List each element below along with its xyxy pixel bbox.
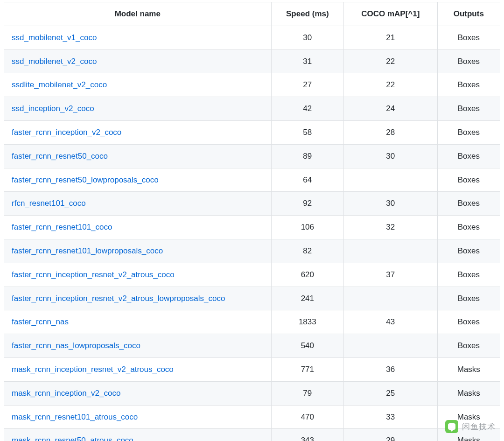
cell-outputs: Boxes [437,49,500,73]
cell-map: 36 [344,357,438,381]
model-link[interactable]: ssd_mobilenet_v2_coco [12,57,97,66]
cell-speed: 42 [271,97,343,121]
cell-model-name: faster_rcnn_nas [4,310,272,334]
model-link[interactable]: faster_rcnn_inception_resnet_v2_atrous_c… [12,270,175,279]
cell-outputs: Boxes [437,97,500,121]
table-row: faster_rcnn_nas183343Boxes [4,310,500,334]
cell-map: 37 [344,263,438,287]
cell-speed: 241 [271,287,343,310]
cell-map [344,287,438,310]
header-map: COCO mAP[^1] [344,2,438,26]
table-row: mask_rcnn_resnet101_atrous_coco47033Mask… [4,405,500,429]
cell-speed: 64 [271,168,343,192]
table-row: faster_rcnn_inception_v2_coco5828Boxes [4,120,500,144]
table-row: mask_rcnn_inception_v2_coco7925Masks [4,381,500,405]
table-row: faster_rcnn_nas_lowproposals_coco540Boxe… [4,334,500,358]
model-link[interactable]: faster_rcnn_nas [12,317,69,326]
table-row: ssd_mobilenet_v1_coco3021Boxes [4,26,500,49]
cell-speed: 58 [271,120,343,144]
model-link[interactable]: mask_rcnn_inception_resnet_v2_atrous_coc… [12,365,174,374]
cell-outputs: Boxes [437,287,500,310]
cell-model-name: mask_rcnn_resnet50_atrous_coco [4,429,272,441]
cell-speed: 31 [271,49,343,73]
cell-outputs: Boxes [437,26,500,49]
cell-outputs: Boxes [437,144,500,168]
model-link[interactable]: faster_rcnn_inception_resnet_v2_atrous_l… [12,294,225,303]
cell-speed: 540 [271,334,343,358]
cell-speed: 89 [271,144,343,168]
cell-outputs: Boxes [437,334,500,358]
cell-outputs: Boxes [437,192,500,216]
cell-speed: 1833 [271,310,343,334]
model-link[interactable]: ssdlite_mobilenet_v2_coco [12,80,107,89]
cell-map: 25 [344,381,438,405]
cell-map [344,168,438,192]
model-link[interactable]: faster_rcnn_resnet101_lowproposals_coco [12,246,163,255]
model-link[interactable]: faster_rcnn_inception_v2_coco [12,128,121,137]
cell-speed: 27 [271,73,343,97]
cell-speed: 470 [271,405,343,429]
model-link[interactable]: faster_rcnn_resnet50_lowproposals_coco [12,175,159,184]
cell-outputs: Boxes [437,216,500,239]
cell-speed: 106 [271,216,343,239]
cell-model-name: faster_rcnn_inception_resnet_v2_atrous_c… [4,263,272,287]
cell-outputs: Boxes [437,263,500,287]
cell-model-name: faster_rcnn_resnet50_coco [4,144,272,168]
cell-map [344,334,438,358]
cell-outputs: Masks [437,429,500,441]
table-row: faster_rcnn_inception_resnet_v2_atrous_l… [4,287,500,310]
cell-outputs: Boxes [437,73,500,97]
cell-speed: 79 [271,381,343,405]
header-speed: Speed (ms) [271,2,343,26]
cell-outputs: Masks [437,381,500,405]
table-row: faster_rcnn_inception_resnet_v2_atrous_c… [4,263,500,287]
header-model-name: Model name [4,2,272,26]
cell-model-name: faster_rcnn_resnet50_lowproposals_coco [4,168,272,192]
cell-model-name: ssd_mobilenet_v1_coco [4,26,272,49]
cell-speed: 82 [271,239,343,263]
table-row: ssd_mobilenet_v2_coco3122Boxes [4,49,500,73]
model-link[interactable]: faster_rcnn_resnet101_coco [12,223,112,231]
cell-model-name: ssd_inception_v2_coco [4,97,272,121]
cell-map: 30 [344,192,438,216]
model-link[interactable]: mask_rcnn_inception_v2_coco [12,389,120,398]
cell-speed: 343 [271,429,343,441]
cell-outputs: Masks [437,405,500,429]
model-link[interactable]: ssd_mobilenet_v1_coco [12,33,97,42]
cell-map: 30 [344,144,438,168]
model-link[interactable]: faster_rcnn_nas_lowproposals_coco [12,341,140,350]
cell-outputs: Boxes [437,239,500,263]
model-link[interactable]: ssd_inception_v2_coco [12,104,94,113]
table-row: faster_rcnn_resnet50_coco8930Boxes [4,144,500,168]
cell-model-name: mask_rcnn_resnet101_atrous_coco [4,405,272,429]
model-link[interactable]: faster_rcnn_resnet50_coco [12,152,108,161]
cell-map: 24 [344,97,438,121]
cell-speed: 92 [271,192,343,216]
cell-map [344,239,438,263]
cell-model-name: ssd_mobilenet_v2_coco [4,49,272,73]
cell-speed: 620 [271,263,343,287]
cell-map: 22 [344,49,438,73]
model-table: Model name Speed (ms) COCO mAP[^1] Outpu… [4,2,500,441]
cell-model-name: rfcn_resnet101_coco [4,192,272,216]
cell-map: 33 [344,405,438,429]
cell-model-name: mask_rcnn_inception_resnet_v2_atrous_coc… [4,357,272,381]
cell-map: 28 [344,120,438,144]
cell-model-name: faster_rcnn_inception_resnet_v2_atrous_l… [4,287,272,310]
model-table-container: Model name Speed (ms) COCO mAP[^1] Outpu… [0,0,504,441]
table-row: faster_rcnn_resnet101_coco10632Boxes [4,216,500,239]
model-link[interactable]: mask_rcnn_resnet101_atrous_coco [12,413,138,421]
cell-outputs: Masks [437,357,500,381]
cell-map: 22 [344,73,438,97]
table-row: rfcn_resnet101_coco9230Boxes [4,192,500,216]
cell-model-name: faster_rcnn_nas_lowproposals_coco [4,334,272,358]
cell-model-name: faster_rcnn_resnet101_lowproposals_coco [4,239,272,263]
model-link[interactable]: mask_rcnn_resnet50_atrous_coco [12,436,133,441]
table-row: faster_rcnn_resnet50_lowproposals_coco64… [4,168,500,192]
cell-map: 29 [344,429,438,441]
cell-map: 21 [344,26,438,49]
cell-outputs: Boxes [437,168,500,192]
cell-speed: 771 [271,357,343,381]
model-link[interactable]: rfcn_resnet101_coco [12,199,86,208]
table-row: ssdlite_mobilenet_v2_coco2722Boxes [4,73,500,97]
